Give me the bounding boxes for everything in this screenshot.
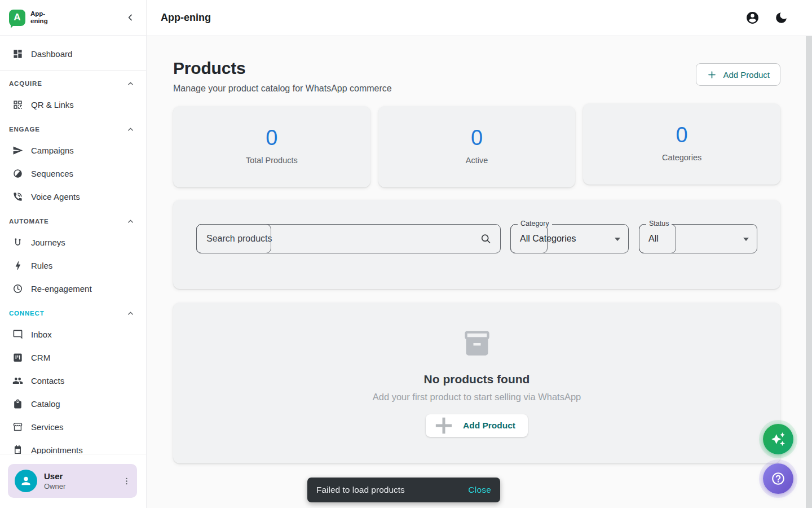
sidebar-item-label: Appointments [31, 445, 83, 454]
sidebar-header: A App- ening [0, 0, 146, 36]
dropdown-arrow-icon [615, 238, 620, 241]
sparkles-icon [771, 432, 785, 446]
stat-card-total-products: 0 Total Products [173, 106, 370, 187]
account-circle-icon[interactable] [745, 11, 760, 25]
sidebar-item-crm[interactable]: CRM [0, 346, 146, 369]
logo-letter: A [14, 12, 20, 23]
add-product-label: Add Product [723, 70, 770, 80]
sidebar: A App- ening Dashboard ACQUIRE QR & Link… [0, 0, 147, 508]
logo-line-1: App- [30, 10, 48, 17]
sidebar-item-label: Catalog [31, 399, 60, 409]
sidebar-item-label: QR & Links [31, 100, 74, 110]
sidebar-nav: Dashboard ACQUIRE QR & Links ENGAGE Camp… [0, 36, 146, 454]
sidebar-item-label: Sequences [31, 169, 73, 178]
page-subtitle: Manage your product catalog for WhatsApp… [173, 84, 392, 94]
empty-add-product-button[interactable]: Add Product [426, 414, 528, 437]
dashboard-icon [12, 49, 23, 59]
category-select[interactable]: Category All Categories [510, 224, 629, 253]
topbar: App-ening [147, 0, 812, 36]
section-header-automate[interactable]: AUTOMATE [0, 208, 146, 231]
sidebar-item-appointments[interactable]: Appointments [0, 439, 146, 454]
sidebar-collapse-button[interactable] [125, 12, 136, 23]
topbar-title: App-ening [161, 12, 211, 24]
category-select-value: All Categories [520, 234, 576, 244]
sidebar-footer: User Owner [0, 454, 146, 508]
stat-card-categories: 0 Categories [583, 103, 780, 185]
status-select-value: All [648, 234, 659, 244]
section-label: ACQUIRE [9, 80, 42, 87]
chevron-up-icon [126, 217, 135, 226]
chevron-up-icon [126, 80, 135, 88]
moon-icon[interactable] [774, 11, 788, 25]
status-select-label: Status [646, 220, 672, 227]
stat-label: Categories [583, 153, 780, 162]
half-circle-icon [10, 166, 25, 181]
search-icon[interactable] [480, 233, 492, 245]
add-product-button[interactable]: Add Product [696, 63, 780, 86]
chevron-left-icon [125, 12, 136, 23]
bag-icon [12, 398, 23, 409]
toast-message: Failed to load products [316, 485, 405, 495]
bolt-icon [12, 260, 23, 271]
user-role: Owner [44, 482, 65, 491]
section-header-engage[interactable]: ENGAGE [0, 116, 146, 139]
stat-value: 0 [378, 127, 576, 148]
inventory-box-icon [462, 329, 492, 358]
sidebar-item-label: Journeys [31, 238, 65, 247]
user-meta: User Owner [44, 471, 65, 491]
sidebar-item-inbox[interactable]: Inbox [0, 323, 146, 346]
plus-icon [707, 69, 717, 80]
sidebar-item-catalog[interactable]: Catalog [0, 392, 146, 415]
user-card[interactable]: User Owner [8, 464, 137, 498]
search-field [196, 224, 501, 253]
chevron-up-icon [126, 309, 135, 318]
scrollbar[interactable] [806, 36, 812, 508]
status-select[interactable]: Status All [639, 224, 757, 253]
sidebar-item-label: Inbox [31, 330, 52, 339]
sidebar-item-voice-agents[interactable]: Voice Agents [0, 185, 146, 208]
people-icon [12, 375, 23, 386]
add-product-label: Add Product [463, 421, 515, 431]
sidebar-item-label: CRM [31, 353, 50, 362]
products-page: Products Manage your product catalog for… [147, 36, 812, 508]
section-header-acquire[interactable]: ACQUIRE [0, 71, 146, 93]
help-fab[interactable] [763, 463, 793, 494]
section-label: CONNECT [9, 310, 44, 317]
user-name: User [44, 471, 65, 481]
topbar-icons [745, 11, 788, 25]
sidebar-item-rules[interactable]: Rules [0, 254, 146, 277]
sidebar-item-label: Voice Agents [31, 192, 80, 202]
main-area: App-ening Products Manage your product c… [147, 0, 812, 508]
sidebar-item-dashboard[interactable]: Dashboard [0, 42, 146, 65]
sidebar-item-label: Re-engagement [31, 284, 92, 294]
page-title: Products [173, 59, 392, 78]
stat-label: Total Products [173, 156, 370, 165]
sidebar-item-sequences[interactable]: Sequences [0, 162, 146, 185]
section-header-connect[interactable]: CONNECT [0, 300, 146, 323]
app-logo-icon: A [9, 10, 25, 26]
stats-row: 0 Total Products 0 Active 0 Categories [173, 106, 780, 187]
stat-value: 0 [583, 124, 780, 146]
help-icon [771, 471, 785, 486]
user-menu-button[interactable] [122, 476, 131, 486]
ai-assistant-fab[interactable] [763, 424, 793, 454]
sidebar-item-journeys[interactable]: Journeys [0, 231, 146, 254]
plus-icon [433, 414, 455, 437]
search-input[interactable] [197, 225, 500, 253]
send-icon [12, 145, 23, 156]
sidebar-item-services[interactable]: Services [0, 415, 146, 439]
page-header: Products Manage your product catalog for… [173, 55, 780, 94]
sidebar-item-contacts[interactable]: Contacts [0, 369, 146, 392]
sidebar-item-qr-links[interactable]: QR & Links [0, 93, 146, 116]
phone-in-talk-icon [12, 191, 23, 202]
sidebar-item-re-engagement[interactable]: Re-engagement [0, 277, 146, 300]
stat-label: Active [378, 156, 576, 165]
sidebar-item-campaigns[interactable]: Campaigns [0, 139, 146, 162]
person-icon [19, 474, 33, 488]
filter-bar: Category All Categories Status All [173, 200, 780, 289]
stat-card-active: 0 Active [378, 106, 576, 187]
toast: Failed to load products Close [307, 478, 500, 502]
sidebar-item-label: Rules [31, 261, 52, 270]
sidebar-item-label: Contacts [31, 376, 64, 386]
toast-close-button[interactable]: Close [468, 485, 491, 495]
